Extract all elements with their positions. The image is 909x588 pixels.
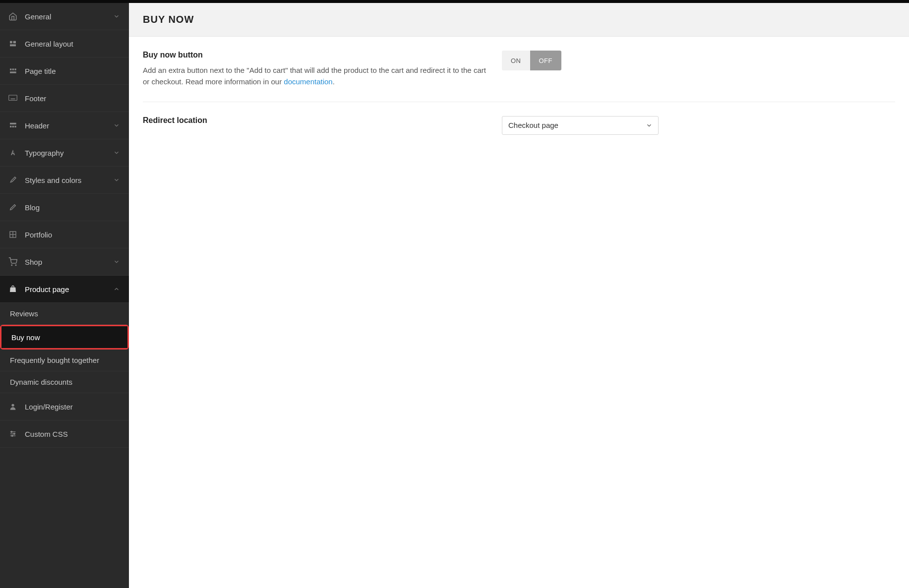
sliders-icon	[8, 429, 18, 439]
sidebar-submenu-product-page: Reviews Buy now Frequently bought togeth…	[0, 303, 129, 393]
svg-point-28	[11, 435, 13, 437]
setting-title: Buy now button	[143, 51, 490, 59]
highlight-annotation: Buy now	[0, 325, 129, 350]
sidebar-item-label: Product page	[25, 285, 113, 294]
sidebar-item-styles-colors[interactable]: Styles and colors	[0, 167, 129, 194]
sidebar-item-label: Header	[25, 121, 113, 130]
page-header: BUY NOW	[129, 3, 909, 37]
toggle-buy-now: ON OFF	[502, 51, 561, 70]
sidebar-subitem-buy-now[interactable]: Buy now	[1, 326, 127, 348]
sidebar-item-login-register[interactable]: Login/Register	[0, 393, 129, 420]
sidebar-item-label: Page title	[25, 67, 121, 75]
sidebar-item-shop[interactable]: Shop	[0, 248, 129, 276]
cart-icon	[8, 257, 18, 267]
page-title: BUY NOW	[143, 14, 895, 25]
main-panel: BUY NOW Buy now button Add an extra butt…	[129, 0, 909, 588]
svg-point-27	[13, 433, 15, 435]
chevron-down-icon	[113, 13, 121, 20]
sidebar-item-label: Typography	[25, 149, 113, 157]
chevron-down-icon	[113, 149, 121, 156]
sidebar-item-general-layout[interactable]: General layout	[0, 30, 129, 58]
sidebar-item-label: General layout	[25, 40, 121, 48]
grid-row-icon	[8, 66, 18, 76]
sidebar-item-footer[interactable]: Footer	[0, 85, 129, 112]
keyboard-icon	[8, 93, 18, 103]
sidebar-item-label: Custom CSS	[25, 430, 121, 438]
sidebar-subitem-label: Dynamic discounts	[10, 378, 72, 386]
home-icon	[8, 11, 18, 21]
sidebar-subitem-label: Reviews	[10, 309, 38, 318]
svg-rect-7	[9, 95, 17, 101]
bag-icon	[8, 284, 18, 294]
sidebar-item-general[interactable]: General	[0, 3, 129, 30]
sidebar-item-portfolio[interactable]: Portfolio	[0, 221, 129, 248]
sidebar-item-label: Footer	[25, 94, 121, 103]
sidebar-subitem-label: Frequently bought together	[10, 356, 99, 364]
redirect-location-select[interactable]: Checkout page	[502, 116, 659, 135]
sidebar-item-page-title[interactable]: Page title	[0, 58, 129, 85]
user-icon	[8, 402, 18, 412]
grid-icon	[8, 230, 18, 239]
svg-rect-1	[13, 41, 16, 44]
setting-buy-now-button: Buy now button Add an extra button next …	[143, 51, 895, 102]
setting-desc-suffix: .	[333, 77, 335, 86]
brush-icon	[8, 175, 18, 185]
sidebar-item-typography[interactable]: Typography	[0, 139, 129, 167]
sidebar-item-label: Login/Register	[25, 403, 121, 411]
sidebar-item-header[interactable]: Header	[0, 112, 129, 139]
chevron-up-icon	[113, 286, 121, 293]
sidebar-item-label: General	[25, 12, 113, 21]
sidebar-item-label: Shop	[25, 258, 113, 266]
sidebar-item-custom-css[interactable]: Custom CSS	[0, 420, 129, 448]
svg-point-21	[15, 265, 16, 266]
svg-rect-6	[10, 71, 16, 73]
sidebar-item-label: Blog	[25, 203, 121, 212]
sidebar-item-label: Portfolio	[25, 231, 121, 239]
type-icon	[8, 148, 18, 158]
sidebar-item-product-page[interactable]: Product page	[0, 276, 129, 303]
setting-description: Add an extra button next to the "Add to …	[143, 64, 490, 88]
svg-rect-16	[14, 126, 16, 127]
sidebar-subitem-frequently-bought[interactable]: Frequently bought together	[0, 350, 129, 371]
pencil-icon	[8, 202, 18, 212]
svg-rect-4	[12, 68, 14, 70]
setting-redirect-location: Redirect location Checkout page	[143, 116, 895, 135]
svg-point-20	[11, 265, 12, 266]
svg-rect-14	[10, 126, 11, 127]
svg-rect-15	[12, 126, 14, 127]
grid-row-icon	[8, 120, 18, 130]
svg-rect-13	[10, 123, 16, 124]
sidebar-item-label: Styles and colors	[25, 176, 113, 184]
sidebar-subitem-dynamic-discounts[interactable]: Dynamic discounts	[0, 371, 129, 393]
chevron-down-icon	[113, 258, 121, 265]
svg-rect-0	[10, 41, 12, 44]
svg-point-26	[11, 431, 12, 433]
sidebar-item-blog[interactable]: Blog	[0, 194, 129, 221]
layout-icon	[8, 39, 18, 49]
svg-rect-5	[14, 68, 16, 70]
toggle-off-button[interactable]: OFF	[530, 51, 562, 70]
sidebar-subitem-reviews[interactable]: Reviews	[0, 303, 129, 325]
window-top-bar	[0, 0, 909, 3]
sidebar: General General layout Page title Footer…	[0, 0, 129, 588]
chevron-down-icon	[113, 176, 121, 183]
svg-rect-3	[10, 68, 11, 70]
setting-title: Redirect location	[143, 116, 490, 125]
svg-point-22	[11, 404, 14, 407]
svg-rect-2	[10, 44, 16, 46]
toggle-on-button[interactable]: ON	[502, 51, 530, 70]
documentation-link[interactable]: documentation	[284, 77, 332, 86]
sidebar-subitem-label: Buy now	[11, 333, 40, 342]
chevron-down-icon	[113, 122, 121, 129]
